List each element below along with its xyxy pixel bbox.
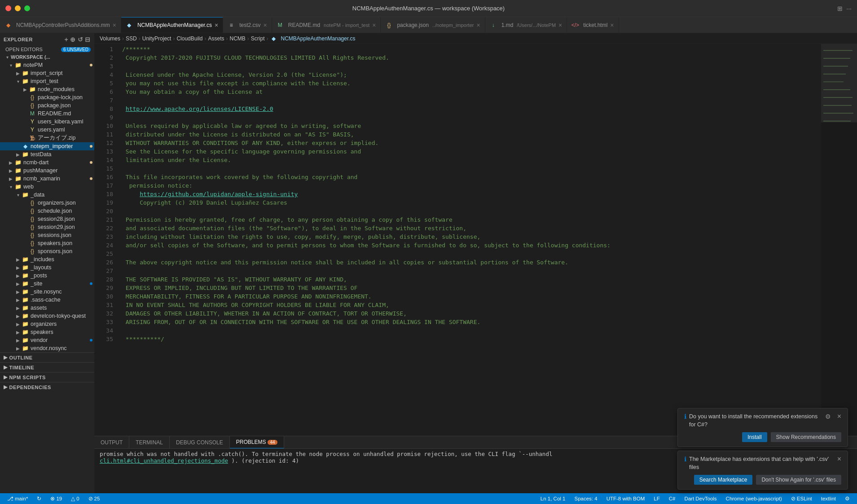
tree-testdata[interactable]: ▶ 📁 testData [0, 150, 94, 158]
dependencies-section[interactable]: ▶ DEPENDENCIES [0, 382, 94, 392]
close-button[interactable] [5, 5, 11, 11]
tree-users-yaml[interactable]: Y users.yaml [0, 126, 94, 134]
tree-archive[interactable]: 🗜 アーカイブ.zip [0, 134, 94, 142]
tree-notePM[interactable]: ▾ 📁 notePM [0, 61, 94, 69]
tab-cs-close[interactable]: × [215, 22, 218, 28]
tree-notepm-importer[interactable]: ◆ notepm_importer [0, 142, 94, 150]
status-errors[interactable]: ⊗ 19 [48, 493, 64, 504]
collapse-icon[interactable]: ⊟ [85, 36, 91, 43]
install-button[interactable]: Install [742, 432, 767, 442]
tree-posts[interactable]: ▶ 📁 _posts [0, 272, 94, 280]
tree-data[interactable]: ▾ 📁 _data [0, 191, 94, 199]
tree-package-lock[interactable]: {} package-lock.json [0, 93, 94, 101]
notif-csharp-close-icon[interactable]: × [837, 413, 841, 420]
status-warnings[interactable]: △ 0 [69, 493, 81, 504]
tree-site-nosync[interactable]: ▶ 📁 _site.nosync [0, 288, 94, 296]
tree-node-modules[interactable]: ▶ 📁 node_modules [0, 85, 94, 93]
tree-devrelcon[interactable]: ▶ 📁 devrelcon-tokyo-quest [0, 312, 94, 320]
code-editor[interactable]: /******* Copyright 2017-2020 FUJITSU CLO… [117, 44, 821, 436]
tab-cs[interactable]: ◆ NCMBAppleAuthenManager.cs × [121, 17, 223, 33]
tree-session29[interactable]: {} session29.json [0, 223, 94, 231]
github-url[interactable]: https://github.com/lupidan/apple-signin-… [140, 191, 298, 197]
notif-csv-close-icon[interactable]: × [837, 456, 841, 463]
tab-ticket[interactable]: </> ticket.html × [567, 17, 619, 33]
breadcrumb-file-icon: ◆ [270, 35, 277, 42]
code-line-27 [117, 267, 821, 275]
tab-readme[interactable]: M README.md notePM - import_test × [272, 17, 381, 33]
status-branch[interactable]: ⎇ main* [5, 493, 30, 504]
status-settings[interactable]: ⚙ [843, 493, 852, 504]
tree-package-json[interactable]: {} package.json [0, 101, 94, 110]
refresh-icon[interactable]: ↺ [78, 36, 84, 43]
more-icon[interactable]: ··· [846, 5, 852, 12]
tab-ticket-close[interactable]: × [610, 22, 614, 28]
tree-ncmb-dart[interactable]: ▶ 📁 ncmb-dart [0, 158, 94, 167]
output-tab[interactable]: OUTPUT [94, 436, 129, 448]
tree-web[interactable]: ▾ 📁 web [0, 183, 94, 191]
tree-readme[interactable]: M README.md [0, 110, 94, 118]
tree-sponsors[interactable]: {} sponsors.json [0, 247, 94, 255]
timeline-section[interactable]: ▶ TIMELINE [0, 362, 94, 372]
notif-csharp-gear-icon[interactable]: ⚙ [825, 413, 831, 420]
npm-scripts-section[interactable]: ▶ NPM SCRIPTS [0, 372, 94, 382]
status-position[interactable]: Ln 1, Col 1 [539, 493, 567, 504]
tree-layouts[interactable]: ▶ 📁 _layouts [0, 263, 94, 272]
status-language[interactable]: C# [667, 493, 677, 504]
tree-schedule[interactable]: {} schedule.json [0, 207, 94, 215]
outline-section[interactable]: ▶ OUTLINE [0, 352, 94, 362]
tree-organizers2[interactable]: ▶ 📁 organizers [0, 320, 94, 328]
debug-console-tab[interactable]: DEBUG CONSOLE [170, 436, 230, 448]
search-marketplace-button[interactable]: Search Marketplace [694, 475, 753, 485]
terminal-link[interactable]: cli.html#cli_unhandled_rejections_mode [100, 457, 228, 464]
tree-session28[interactable]: {} session28.json [0, 215, 94, 223]
eslint-label: ESLint [797, 496, 812, 501]
tree-import-test[interactable]: ▾ 📁 import_test [0, 77, 94, 85]
tab-readme-close[interactable]: × [372, 22, 376, 28]
status-dart-devtools[interactable]: Dart DevTools [682, 493, 718, 504]
tree-assets[interactable]: ▶ 📁 assets [0, 304, 94, 312]
status-sync[interactable]: ↻ [35, 493, 43, 504]
tree-vendor[interactable]: ▶ 📁 vendor [0, 336, 94, 344]
new-folder-icon[interactable]: ⊕ [70, 36, 76, 43]
terminal-tab[interactable]: TERMINAL [129, 436, 170, 448]
problems-tab[interactable]: PROBLEMS 44 [230, 436, 284, 448]
tree-site[interactable]: ▶ 📁 _site [0, 280, 94, 288]
tab-package-close[interactable]: × [476, 22, 480, 28]
license-url[interactable]: http://www.apache.org/licenses/LICENSE-2… [126, 105, 273, 112]
status-eol[interactable]: LF [652, 493, 661, 504]
code-line-15 [117, 164, 821, 173]
status-eslint[interactable]: ⊘ ESLint [789, 493, 814, 504]
tree-organizers[interactable]: {} organizers.json [0, 199, 94, 207]
code-line-26: The above copyright notice and this perm… [117, 258, 821, 267]
tab-package[interactable]: {} package.json ../notepm_importer × [381, 17, 485, 33]
breadcrumb-file: NCMBAppleAuthenManager.cs [281, 35, 356, 42]
tree-vendor-nosync[interactable]: ▶ 📁 vendor.nosync [0, 344, 94, 352]
status-encoding[interactable]: UTF-8 with BOM [605, 493, 647, 504]
status-spaces[interactable]: Spaces: 4 [572, 493, 599, 504]
status-textlint[interactable]: textlint [819, 493, 838, 504]
tree-sass-cache[interactable]: ▶ 📁 .sass-cache [0, 296, 94, 304]
status-chrome[interactable]: Chrome (web-javascript) [724, 493, 784, 504]
tab-csv-close[interactable]: × [264, 22, 267, 28]
tab-csv[interactable]: ≡ test2.csv × [223, 17, 272, 33]
tree-ncmb-xamarin[interactable]: ▶ 📁 ncmb_xamarin [0, 175, 94, 183]
new-file-icon[interactable]: + [65, 36, 69, 43]
maximize-button[interactable] [24, 5, 30, 11]
tab-1md-close[interactable]: × [558, 22, 562, 28]
tab-mm-close[interactable]: × [113, 22, 116, 28]
tree-speakers[interactable]: {} speakers.json [0, 239, 94, 247]
tree-users-kibera[interactable]: Y users_kibera.yaml [0, 118, 94, 126]
tree-import-script[interactable]: ▶ 📁 import_script [0, 69, 94, 77]
show-recommendations-button[interactable]: Show Recommendations [771, 432, 841, 442]
status-info[interactable]: ⊘ 25 [87, 493, 102, 504]
dont-show-again-button[interactable]: Don't Show Again for '.csv' files [756, 475, 841, 485]
minimize-button[interactable] [15, 5, 21, 11]
tree-speakers2[interactable]: ▶ 📁 speakers [0, 328, 94, 336]
tree-includes[interactable]: ▶ 📁 _includes [0, 255, 94, 263]
tab-1md[interactable]: ↓ 1.md /Users/.../NotePM × [485, 17, 567, 33]
layout-icon[interactable]: ⊞ [837, 5, 843, 12]
tab-mm[interactable]: ◆ NCMBAppControllerPushAdditions.mm × [0, 17, 121, 33]
tree-sessions[interactable]: {} sessions.json [0, 231, 94, 239]
workspace-header[interactable]: ▾ WORKSPACE (... [0, 53, 94, 61]
tree-pushmanager[interactable]: ▶ 📁 pushManager [0, 167, 94, 175]
